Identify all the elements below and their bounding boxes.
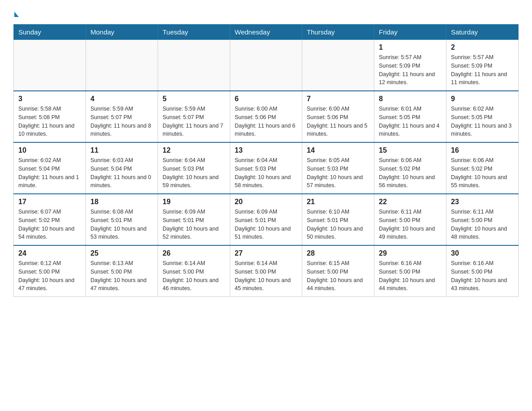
- day-number: 15: [379, 146, 442, 154]
- calendar-cell-week4-day4: 28Sunrise: 6:15 AMSunset: 5:00 PMDayligh…: [302, 245, 374, 297]
- day-number: 26: [163, 249, 225, 257]
- logo: [13, 13, 19, 15]
- day-number: 9: [451, 95, 514, 103]
- day-info: Sunrise: 5:59 AMSunset: 5:07 PMDaylight:…: [90, 105, 153, 138]
- calendar-cell-week4-day6: 30Sunrise: 6:16 AMSunset: 5:00 PMDayligh…: [446, 245, 519, 297]
- calendar-cell-week4-day2: 26Sunrise: 6:14 AMSunset: 5:00 PMDayligh…: [158, 245, 230, 297]
- calendar-cell-week2-day2: 12Sunrise: 6:04 AMSunset: 5:03 PMDayligh…: [158, 142, 230, 194]
- day-info: Sunrise: 6:11 AMSunset: 5:00 PMDaylight:…: [379, 208, 442, 241]
- calendar-cell-week4-day1: 25Sunrise: 6:13 AMSunset: 5:00 PMDayligh…: [86, 245, 158, 297]
- day-number: 17: [18, 198, 81, 206]
- calendar-cell-week2-day5: 15Sunrise: 6:06 AMSunset: 5:02 PMDayligh…: [374, 142, 446, 194]
- day-info: Sunrise: 5:59 AMSunset: 5:07 PMDaylight:…: [163, 105, 225, 138]
- day-number: 12: [163, 146, 225, 154]
- calendar-row-1: 3Sunrise: 5:58 AMSunset: 5:08 PMDaylight…: [14, 91, 519, 142]
- calendar-cell-week3-day0: 17Sunrise: 6:07 AMSunset: 5:02 PMDayligh…: [14, 194, 86, 245]
- day-info: Sunrise: 6:08 AMSunset: 5:01 PMDaylight:…: [90, 208, 153, 241]
- day-info: Sunrise: 6:16 AMSunset: 5:00 PMDaylight:…: [379, 259, 442, 293]
- calendar-cell-week4-day3: 27Sunrise: 6:14 AMSunset: 5:00 PMDayligh…: [230, 245, 302, 297]
- day-number: 2: [451, 43, 514, 51]
- day-info: Sunrise: 6:13 AMSunset: 5:00 PMDaylight:…: [90, 259, 153, 293]
- day-info: Sunrise: 6:01 AMSunset: 5:05 PMDaylight:…: [379, 105, 442, 138]
- header-friday: Friday: [374, 25, 446, 40]
- calendar-cell-week0-day5: 1Sunrise: 5:57 AMSunset: 5:09 PMDaylight…: [374, 40, 446, 91]
- day-number: 3: [18, 95, 81, 103]
- day-info: Sunrise: 6:04 AMSunset: 5:03 PMDaylight:…: [235, 156, 297, 190]
- day-number: 11: [90, 146, 153, 154]
- calendar-cell-week0-day1: [86, 40, 158, 91]
- calendar-cell-week2-day1: 11Sunrise: 6:03 AMSunset: 5:04 PMDayligh…: [86, 142, 158, 194]
- day-info: Sunrise: 6:11 AMSunset: 5:00 PMDaylight:…: [451, 208, 514, 241]
- header-tuesday: Tuesday: [158, 25, 230, 40]
- calendar-cell-week0-day0: [14, 40, 86, 91]
- day-number: 25: [90, 249, 153, 257]
- day-number: 21: [307, 198, 369, 206]
- calendar-cell-week1-day3: 6Sunrise: 6:00 AMSunset: 5:06 PMDaylight…: [230, 91, 302, 142]
- day-number: 22: [379, 198, 442, 206]
- day-info: Sunrise: 6:15 AMSunset: 5:00 PMDaylight:…: [307, 259, 369, 293]
- day-number: 5: [163, 95, 225, 103]
- day-info: Sunrise: 6:09 AMSunset: 5:01 PMDaylight:…: [235, 208, 297, 241]
- day-info: Sunrise: 6:05 AMSunset: 5:03 PMDaylight:…: [307, 156, 369, 190]
- calendar-table: Sunday Monday Tuesday Wednesday Thursday…: [13, 24, 519, 297]
- day-number: 7: [307, 95, 369, 103]
- day-number: 24: [18, 249, 81, 257]
- calendar-cell-week4-day5: 29Sunrise: 6:16 AMSunset: 5:00 PMDayligh…: [374, 245, 446, 297]
- day-number: 14: [307, 146, 369, 154]
- header-wednesday: Wednesday: [230, 25, 302, 40]
- calendar-cell-week4-day0: 24Sunrise: 6:12 AMSunset: 5:00 PMDayligh…: [14, 245, 86, 297]
- day-number: 18: [90, 198, 153, 206]
- calendar-cell-week3-day6: 23Sunrise: 6:11 AMSunset: 5:00 PMDayligh…: [446, 194, 519, 245]
- day-number: 28: [307, 249, 369, 257]
- calendar-cell-week0-day3: [230, 40, 302, 91]
- weekday-header-row: Sunday Monday Tuesday Wednesday Thursday…: [14, 25, 519, 40]
- day-info: Sunrise: 6:10 AMSunset: 5:01 PMDaylight:…: [307, 208, 369, 241]
- logo-arrow-icon: [14, 12, 19, 17]
- calendar-cell-week1-day4: 7Sunrise: 6:00 AMSunset: 5:06 PMDaylight…: [302, 91, 374, 142]
- day-number: 29: [379, 249, 442, 257]
- calendar-cell-week2-day4: 14Sunrise: 6:05 AMSunset: 5:03 PMDayligh…: [302, 142, 374, 194]
- day-info: Sunrise: 6:04 AMSunset: 5:03 PMDaylight:…: [163, 156, 225, 190]
- header-sunday: Sunday: [14, 25, 86, 40]
- day-number: 30: [451, 249, 514, 257]
- day-info: Sunrise: 6:14 AMSunset: 5:00 PMDaylight:…: [163, 259, 225, 293]
- day-number: 8: [379, 95, 442, 103]
- day-info: Sunrise: 6:09 AMSunset: 5:01 PMDaylight:…: [163, 208, 225, 241]
- day-info: Sunrise: 6:02 AMSunset: 5:05 PMDaylight:…: [451, 105, 514, 138]
- day-info: Sunrise: 6:03 AMSunset: 5:04 PMDaylight:…: [90, 156, 153, 190]
- page-header: [13, 13, 519, 15]
- calendar-cell-week1-day1: 4Sunrise: 5:59 AMSunset: 5:07 PMDaylight…: [86, 91, 158, 142]
- calendar-row-0: 1Sunrise: 5:57 AMSunset: 5:09 PMDaylight…: [14, 40, 519, 91]
- header-monday: Monday: [86, 25, 158, 40]
- day-number: 10: [18, 146, 81, 154]
- day-info: Sunrise: 5:58 AMSunset: 5:08 PMDaylight:…: [18, 105, 81, 138]
- day-info: Sunrise: 6:02 AMSunset: 5:04 PMDaylight:…: [18, 156, 81, 190]
- day-info: Sunrise: 5:57 AMSunset: 5:09 PMDaylight:…: [451, 53, 514, 87]
- header-saturday: Saturday: [446, 25, 519, 40]
- calendar-cell-week0-day4: [302, 40, 374, 91]
- day-number: 23: [451, 198, 514, 206]
- header-thursday: Thursday: [302, 25, 374, 40]
- day-info: Sunrise: 6:14 AMSunset: 5:00 PMDaylight:…: [235, 259, 297, 293]
- calendar-cell-week3-day2: 19Sunrise: 6:09 AMSunset: 5:01 PMDayligh…: [158, 194, 230, 245]
- day-number: 19: [163, 198, 225, 206]
- day-info: Sunrise: 6:00 AMSunset: 5:06 PMDaylight:…: [235, 105, 297, 138]
- day-number: 27: [235, 249, 297, 257]
- day-info: Sunrise: 6:06 AMSunset: 5:02 PMDaylight:…: [451, 156, 514, 190]
- calendar-cell-week0-day6: 2Sunrise: 5:57 AMSunset: 5:09 PMDaylight…: [446, 40, 519, 91]
- day-info: Sunrise: 6:07 AMSunset: 5:02 PMDaylight:…: [18, 208, 81, 241]
- calendar-cell-week3-day5: 22Sunrise: 6:11 AMSunset: 5:00 PMDayligh…: [374, 194, 446, 245]
- calendar-cell-week3-day4: 21Sunrise: 6:10 AMSunset: 5:01 PMDayligh…: [302, 194, 374, 245]
- calendar-cell-week1-day0: 3Sunrise: 5:58 AMSunset: 5:08 PMDaylight…: [14, 91, 86, 142]
- calendar-cell-week1-day2: 5Sunrise: 5:59 AMSunset: 5:07 PMDaylight…: [158, 91, 230, 142]
- day-info: Sunrise: 6:16 AMSunset: 5:00 PMDaylight:…: [451, 259, 514, 293]
- calendar-row-3: 17Sunrise: 6:07 AMSunset: 5:02 PMDayligh…: [14, 194, 519, 245]
- calendar-cell-week3-day3: 20Sunrise: 6:09 AMSunset: 5:01 PMDayligh…: [230, 194, 302, 245]
- calendar-cell-week3-day1: 18Sunrise: 6:08 AMSunset: 5:01 PMDayligh…: [86, 194, 158, 245]
- calendar-cell-week0-day2: [158, 40, 230, 91]
- calendar-row-2: 10Sunrise: 6:02 AMSunset: 5:04 PMDayligh…: [14, 142, 519, 194]
- day-number: 13: [235, 146, 297, 154]
- day-number: 4: [90, 95, 153, 103]
- calendar-row-4: 24Sunrise: 6:12 AMSunset: 5:00 PMDayligh…: [14, 245, 519, 297]
- calendar-cell-week2-day0: 10Sunrise: 6:02 AMSunset: 5:04 PMDayligh…: [14, 142, 86, 194]
